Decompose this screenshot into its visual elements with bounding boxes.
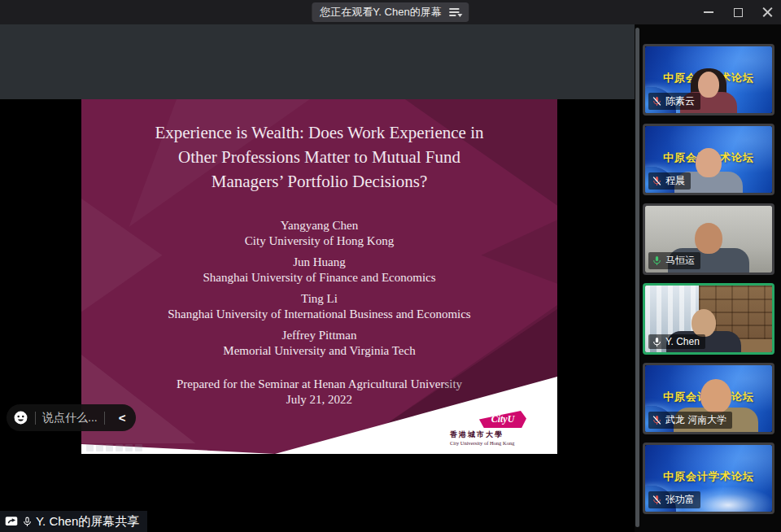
cityu-logo-english: City University of Hong Kong	[450, 440, 541, 446]
divider	[104, 412, 105, 425]
author-affiliation: Shanghai University of Finance and Econo…	[81, 270, 557, 286]
participant-video: 中原会计学术论坛 张功富	[645, 445, 772, 512]
minimize-button[interactable]	[703, 7, 714, 18]
chat-collapse-button[interactable]: <	[111, 411, 133, 425]
participant-name-tag: 程晨	[648, 172, 691, 190]
participant-tile[interactable]: 马恒运	[643, 203, 774, 275]
titlebar: 您正在观看Y. Chen的屏幕	[0, 0, 781, 24]
participant-tile[interactable]: 中原会计学术论坛 程晨	[643, 124, 774, 195]
person-head	[695, 223, 722, 254]
window-controls	[703, 0, 773, 24]
presentation-slide: Experience is Wealth: Does Work Experien…	[81, 99, 557, 454]
participant-name: 张功富	[665, 493, 695, 507]
participant-name: 马恒运	[665, 254, 695, 268]
participant-name: 程晨	[665, 174, 685, 188]
screen-share-banner: Y. Chen的屏幕共享	[0, 511, 147, 532]
maximize-icon	[734, 8, 743, 17]
mic-muted-icon[interactable]	[652, 96, 662, 107]
cityu-logo-chinese: 香港城市大學	[450, 430, 541, 440]
participant-tile-active-speaker[interactable]: Y. Chen	[643, 283, 774, 355]
participants-sidebar: 中原会计学术论坛 陈素云	[635, 24, 781, 532]
chat-input-placeholder[interactable]: 说点什么...	[42, 411, 98, 425]
participant-name-tag: 张功富	[648, 491, 700, 508]
watermark	[86, 444, 142, 451]
mic-muted-icon[interactable]	[652, 176, 662, 186]
menu-icon[interactable]	[450, 8, 461, 16]
participant-tile[interactable]: 中原会计学术论坛 武龙 河南大学	[643, 363, 774, 434]
shared-screen-area: Experience is Wealth: Does Work Experien…	[0, 24, 635, 532]
emoji-icon[interactable]	[13, 410, 28, 425]
slide-footer: Prepared for the Seminar at Henan Agricu…	[81, 377, 557, 408]
participant-name-tag: Y. Chen	[648, 334, 705, 349]
author-affiliation: Memorial University and Virginia Tech	[81, 343, 557, 359]
sidebar-scrollbar[interactable]	[635, 28, 639, 527]
slide-title-line: Managers’ Portfolio Decisions?	[126, 169, 513, 194]
participant-video: 中原会计学术论坛 陈素云	[645, 46, 772, 113]
participant-name-tag: 武龙 河南大学	[648, 412, 732, 429]
cityu-logo-flag: CityU	[479, 411, 526, 428]
author-affiliation: City University of Hong Kong	[81, 233, 557, 249]
screen-share-icon	[4, 515, 19, 528]
mic-icon	[22, 517, 33, 527]
meeting-window: 您正在观看Y. Chen的屏幕 Experience is Wealth: Do…	[0, 0, 781, 532]
slide-title-line: Other Professions Matter to Mutual Fund	[126, 145, 513, 169]
author-block: Ting Li Shanghai University of Internati…	[81, 291, 557, 322]
shared-screen-top-band	[0, 24, 635, 99]
author-name: Jun Huang	[81, 255, 557, 270]
author-affiliation: Shanghai University of International Bus…	[81, 307, 557, 322]
cityu-logo: CityU 香港城市大學 City University of Hong Kon…	[450, 411, 541, 446]
divider	[35, 412, 36, 425]
author-name: Yangyang Chen	[81, 218, 557, 233]
participant-tile[interactable]: 中原会计学术论坛 陈素云	[643, 44, 774, 116]
participant-video: 中原会计学术论坛 程晨	[645, 126, 772, 193]
participant-video: 马恒运	[645, 206, 772, 273]
author-block: Jun Huang Shanghai University of Finance…	[81, 255, 557, 286]
author-name: Jeffrey Pittman	[81, 328, 557, 343]
close-icon	[762, 7, 773, 18]
person-head	[700, 379, 731, 413]
person-head	[698, 72, 719, 98]
chat-quick-bar[interactable]: 说点什么... <	[7, 404, 136, 431]
minimize-icon	[704, 11, 713, 13]
close-button[interactable]	[761, 7, 773, 18]
slide-title: Experience is Wealth: Does Work Experien…	[126, 120, 513, 194]
participant-name-tag: 马恒运	[648, 252, 700, 269]
participant-name: 陈素云	[665, 94, 695, 108]
mic-on-icon[interactable]	[652, 337, 662, 347]
slide-title-line: Experience is Wealth: Does Work Experien…	[126, 120, 513, 145]
participant-tile[interactable]: 中原会计学术论坛 张功富	[643, 443, 774, 514]
virtual-background-banner: 中原会计学术论坛	[645, 469, 772, 484]
participant-video: 中原会计学术论坛 武龙 河南大学	[645, 365, 772, 432]
watching-screen-badge[interactable]: 您正在观看Y. Chen的屏幕	[312, 2, 469, 22]
person-head	[696, 148, 722, 177]
person-head	[692, 309, 716, 337]
cityu-wordmark: CityU	[491, 413, 515, 425]
mic-muted-icon[interactable]	[652, 495, 662, 505]
mic-muted-icon[interactable]	[652, 415, 662, 425]
participant-name: 武龙 河南大学	[665, 413, 726, 427]
screen-share-banner-label: Y. Chen的屏幕共享	[36, 514, 139, 530]
author-block: Jeffrey Pittman Memorial University and …	[81, 328, 557, 359]
participant-video: Y. Chen	[645, 286, 772, 352]
slide-footer-line: Prepared for the Seminar at Henan Agricu…	[81, 377, 557, 392]
mic-on-icon[interactable]	[652, 255, 662, 266]
watching-screen-label: 您正在观看Y. Chen的屏幕	[320, 5, 441, 20]
participant-name-tag: 陈素云	[648, 93, 700, 110]
maximize-button[interactable]	[732, 7, 744, 18]
author-block: Yangyang Chen City University of Hong Ko…	[81, 218, 557, 249]
slide-footer-line: July 21, 2022	[81, 392, 557, 408]
author-name: Ting Li	[81, 291, 557, 307]
participant-name: Y. Chen	[665, 336, 700, 347]
